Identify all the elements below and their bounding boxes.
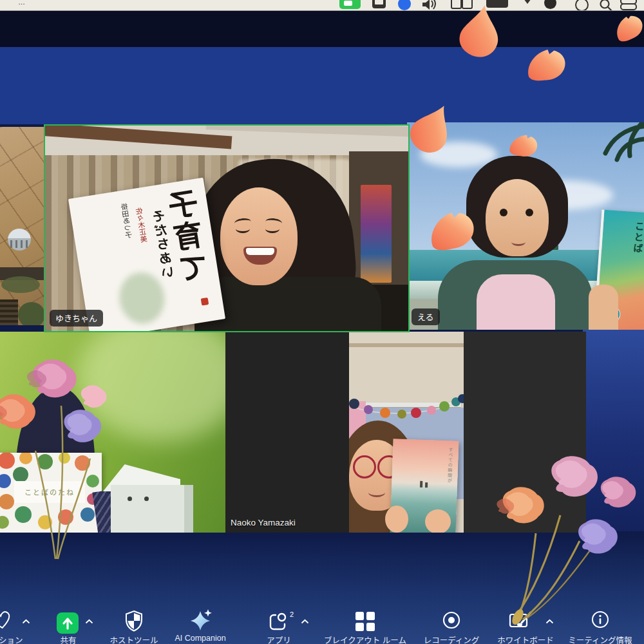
apps-button[interactable]: 2 アプリ (254, 608, 314, 644)
recording-label: レコーディング (417, 634, 486, 644)
chevron-up-icon[interactable] (545, 619, 554, 625)
focus-dot-icon[interactable] (398, 0, 411, 10)
video-tile-yukichan[interactable]: 子育て そだちあい 佐々木正美 掛田あつ子 ゆきちゃん (44, 124, 410, 332)
cloud (420, 142, 497, 167)
breakout-rooms-label: ブレイクアウト ルーム (318, 634, 412, 644)
shield-icon (124, 610, 144, 632)
plant (18, 302, 44, 325)
keyboard-icon[interactable] (451, 0, 470, 8)
volume-icon[interactable] (421, 0, 437, 10)
participant-top (477, 274, 555, 330)
chevron-up-icon[interactable] (300, 619, 310, 625)
meeting-background-right (583, 325, 644, 535)
meeting-info-label: ミーティング情報 (563, 634, 638, 644)
wall-beam (349, 343, 464, 347)
breakout-rooms-button[interactable]: ブレイクアウト ルーム (318, 608, 412, 644)
heart-reaction-icon (0, 609, 13, 631)
wall-lamp (8, 229, 31, 251)
participant-hand (425, 509, 451, 533)
macos-menu-bar: … (0, 0, 644, 11)
participant-name-chip: える (412, 308, 440, 325)
ai-companion-label: AI Companion (162, 634, 238, 643)
info-icon (591, 611, 609, 629)
apps-label: アプリ (249, 634, 308, 644)
participant-hand (589, 285, 618, 330)
participant-face (486, 179, 549, 256)
apps-icon (267, 611, 289, 633)
whiteboard-label: ホワイトボード (488, 634, 563, 644)
plant (1, 276, 40, 293)
book-title-text: ことばのたね (14, 487, 85, 497)
host-tools-label: ホストツール (102, 634, 166, 644)
video-tile-empty[interactable] (464, 332, 586, 533)
clock-icon[interactable] (575, 0, 589, 11)
chevron-up-icon[interactable] (21, 619, 31, 625)
share-up-arrow-icon (57, 612, 79, 634)
participant-hand (385, 506, 408, 533)
share-button[interactable]: 共有 (44, 608, 93, 644)
book-title-text: ことば (630, 221, 644, 254)
menu-text-fragment: … (18, 0, 28, 6)
breakout-grid-icon (355, 612, 375, 631)
whiteboard-icon (509, 611, 533, 632)
book-kosodate: 子育て そだちあい 佐々木正美 掛田あつ子 (68, 178, 225, 332)
video-tile-glasses-lady[interactable]: すべての瞬間が (349, 332, 464, 533)
video-tile-eru[interactable]: ことば える (407, 122, 644, 330)
participant-face (220, 187, 298, 285)
palm-fronds (567, 122, 644, 174)
zoom-meeting-screen: … (0, 0, 644, 644)
video-tile-grass[interactable]: ことばのたね (0, 332, 225, 533)
wall-poster (361, 185, 392, 283)
whiteboard-button[interactable]: ホワイトボード (488, 608, 563, 644)
window-title-bar (0, 11, 644, 47)
video-tile-partial[interactable] (0, 127, 44, 325)
search-icon[interactable] (599, 0, 613, 11)
recording-button[interactable]: レコーディング (417, 608, 486, 644)
status-dot-icon[interactable] (544, 0, 556, 9)
stone-wall (0, 127, 44, 325)
meeting-info-button[interactable]: ミーティング情報 (563, 608, 638, 644)
ai-sparkle-icon (189, 609, 213, 633)
camera-active-icon[interactable] (339, 0, 361, 9)
participant-name-label: Naoko Yamazaki (231, 518, 296, 527)
book-caption-text: すべての瞬間が (446, 447, 453, 483)
sunlight (77, 332, 225, 441)
record-icon (442, 611, 461, 630)
reactions-button[interactable]: ション (0, 608, 40, 644)
video-tile-naoko[interactable]: Naoko Yamazaki (225, 332, 349, 533)
meeting-banner-band (0, 47, 644, 124)
ai-companion-button[interactable]: AI Companion (162, 608, 238, 644)
host-tools-button[interactable]: ホストツール (102, 608, 166, 644)
toy-house (111, 485, 193, 533)
share-label: 共有 (44, 634, 93, 644)
participant-name-chip: ゆきちゃん (50, 310, 103, 327)
book-kotobanotane: ことばのたね (0, 453, 102, 533)
book-seal (201, 298, 209, 306)
control-center-icon[interactable] (620, 0, 636, 9)
reactions-label: ション (0, 634, 40, 644)
apps-count-badge: 2 (290, 611, 294, 618)
camera-device-icon[interactable] (486, 0, 508, 8)
chevron-up-icon[interactable] (84, 619, 94, 625)
display-icon[interactable] (372, 0, 386, 8)
vent-grate (0, 299, 18, 325)
input-arrow-icon[interactable] (524, 0, 531, 4)
